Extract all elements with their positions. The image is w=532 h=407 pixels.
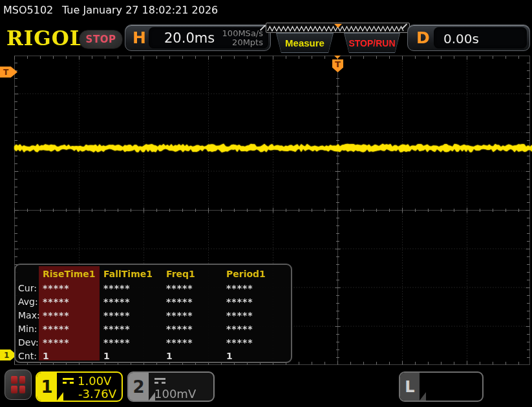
table-row: Dev: ***** ***** ***** ***** xyxy=(16,337,291,349)
toolbar: RIGOL STOP H 20.0ms 100MSa/s 20Mpts Meas… xyxy=(0,0,532,55)
sample-rate: 100MSa/s xyxy=(222,29,263,38)
measure-value: ***** xyxy=(226,297,253,307)
measurement-table[interactable]: RiseTime1 FallTime1 Freq1 Period1 Cur: *… xyxy=(14,264,292,363)
measure-column-header[interactable]: RiseTime1 xyxy=(43,269,96,279)
trigger-level-letter: T xyxy=(3,68,8,77)
trigger-position-letter: T xyxy=(335,59,341,72)
row-label: Cur: xyxy=(18,283,37,293)
table-row: Min: ***** ***** ***** ***** xyxy=(16,324,291,335)
measure-column-header[interactable]: Period1 xyxy=(226,269,266,279)
channel1-ground-number: 1 xyxy=(4,351,9,360)
measure-value: ***** xyxy=(43,310,70,320)
dc-coupling-icon xyxy=(63,378,74,384)
channel2-offset: 0.00V xyxy=(154,401,208,402)
memory-position-strip[interactable] xyxy=(266,23,410,33)
measure-value: ***** xyxy=(166,337,193,348)
stop-run-button[interactable]: STOP/RUN xyxy=(344,33,400,53)
channel2-number[interactable]: 2 xyxy=(129,373,149,401)
measure-button[interactable]: Measure xyxy=(276,33,334,53)
measure-value: ***** xyxy=(43,324,70,334)
delay-settings-box[interactable]: D 0.00s xyxy=(407,25,530,51)
row-label: Dev: xyxy=(18,337,39,348)
rigol-logo: RIGOL xyxy=(6,26,85,50)
measure-value: 1 xyxy=(103,351,111,361)
channel2-values: 100mV 0.00V xyxy=(149,373,213,401)
measure-value: ***** xyxy=(43,337,70,348)
acquisition-info: 100MSa/s 20Mpts xyxy=(222,29,263,47)
trigger-position-arrow-icon xyxy=(334,56,341,59)
measure-value: 1 xyxy=(43,351,50,361)
channel1-badge[interactable]: 1 1.00V -3.76V xyxy=(36,371,123,402)
channel1-scale: 1.00V xyxy=(78,374,111,388)
oscilloscope-screen: MSO5102 Tue January 27 18:02:21 2026 RIG… xyxy=(0,0,532,407)
measure-value: ***** xyxy=(226,310,253,320)
dc-coupling-icon xyxy=(154,378,165,384)
channel1-values: 1.00V -3.76V xyxy=(57,373,122,401)
table-row: Avg: ***** ***** ***** ***** xyxy=(16,297,291,308)
measure-value: ***** xyxy=(166,283,193,293)
channel2-badge[interactable]: 2 100mV 0.00V xyxy=(127,371,215,402)
measure-value: ***** xyxy=(226,283,253,293)
measure-value: 1 xyxy=(226,351,233,361)
timebase-value: 20.0ms xyxy=(164,30,215,46)
logic-analyzer-badge[interactable]: L 0 1 2 3 4 5 6 7 8 9 1011 12131415 xyxy=(399,371,484,402)
row-label: Max: xyxy=(18,310,40,320)
bottom-bar: 1 1.00V -3.76V 2 100mV 0.00V L 0 1 2 3 4… xyxy=(0,367,532,407)
measure-value: ***** xyxy=(103,324,131,334)
window-layout-icon[interactable] xyxy=(5,370,32,400)
measure-value: 1 xyxy=(166,351,173,361)
digital-channel-list: 0 1 2 3 4 5 6 7 8 9 1011 12131415 xyxy=(420,373,484,401)
measure-column-header[interactable]: FallTime1 xyxy=(103,269,153,279)
row-label: Cnt: xyxy=(18,351,37,361)
row-label: Avg: xyxy=(18,297,38,307)
table-row: Cur: ***** ***** ***** ***** xyxy=(16,283,291,295)
measure-value: ***** xyxy=(226,324,253,334)
row-label: Min: xyxy=(18,324,37,334)
measure-value: ***** xyxy=(43,283,70,293)
measure-value: ***** xyxy=(103,310,131,320)
horizontal-values: 20.0ms 100MSa/s 20Mpts xyxy=(149,27,268,48)
measure-value: ***** xyxy=(226,337,253,348)
memory-depth: 20Mpts xyxy=(222,38,263,47)
channel1-number[interactable]: 1 xyxy=(37,373,57,401)
measure-value: ***** xyxy=(166,297,193,307)
table-row: Max: ***** ***** ***** ***** xyxy=(16,310,291,322)
delay-label: D xyxy=(416,28,430,47)
delay-value: 0.00s xyxy=(443,31,479,47)
logic-analyzer-label[interactable]: L xyxy=(400,373,420,401)
measure-table-header: RiseTime1 FallTime1 Freq1 Period1 xyxy=(16,269,291,280)
channel1-offset: -3.76V xyxy=(63,388,116,401)
measure-value: ***** xyxy=(166,310,193,320)
run-state-badge: STOP xyxy=(79,30,123,49)
run-state-label: STOP xyxy=(86,34,116,45)
measure-value: ***** xyxy=(103,337,131,348)
measure-value: ***** xyxy=(43,297,70,307)
channel2-scale: 100mV xyxy=(154,387,196,401)
horizontal-settings-box[interactable]: H 20.0ms 100MSa/s 20Mpts xyxy=(125,25,271,51)
measure-value: ***** xyxy=(103,283,131,293)
measure-value: ***** xyxy=(103,297,131,307)
measure-value: ***** xyxy=(166,324,193,334)
digital-channels-row1: 0 1 2 3 4 5 6 7 xyxy=(425,399,484,402)
table-row: Cnt: 1 1 1 1 xyxy=(16,351,291,362)
trigger-position-indicator[interactable] xyxy=(334,24,342,28)
measure-column-header[interactable]: Freq1 xyxy=(166,269,195,279)
delay-values: 0.00s xyxy=(434,27,527,48)
horizontal-label: H xyxy=(133,28,146,47)
